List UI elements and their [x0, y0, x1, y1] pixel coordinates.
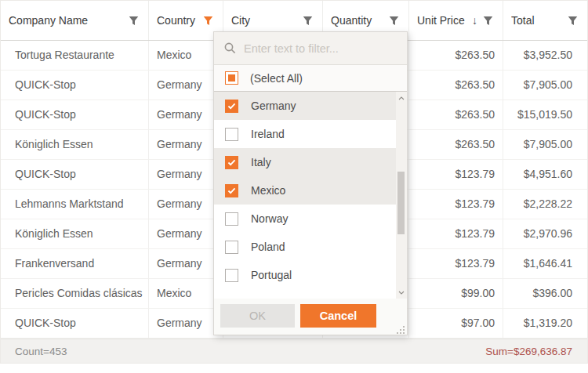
filter-icon[interactable]	[303, 16, 313, 26]
cell-country: Germany	[149, 130, 223, 160]
filter-list-item[interactable]: Norway	[214, 205, 397, 233]
cell-total: $4,951.60	[503, 160, 587, 190]
cell-country: Germany	[149, 160, 223, 190]
column-header-label: Total	[511, 14, 568, 27]
cell-country: Germany	[149, 190, 223, 219]
filter-items-container: Germany Ireland Italy	[214, 92, 407, 289]
cell-company: Königlich Essen	[1, 130, 149, 160]
filter-icon[interactable]	[483, 16, 493, 26]
cell-total: $3,952.50	[503, 41, 587, 71]
cell-country: Mexico	[149, 279, 223, 309]
cell-company: QUICK-Stop	[1, 160, 149, 190]
column-header[interactable]: Country	[149, 1, 223, 40]
cell-unit-price: $263.50	[409, 130, 503, 160]
select-all-label: (Select All)	[250, 72, 303, 85]
filter-list-item[interactable]: Poland	[214, 233, 397, 261]
item-checkbox[interactable]	[225, 128, 238, 141]
cell-country: Germany	[149, 71, 223, 100]
cell-country: Mexico	[149, 41, 223, 71]
filter-item-label: Mexico	[251, 184, 285, 197]
filter-item-label: Italy	[251, 156, 271, 168]
resize-grip[interactable]	[396, 324, 405, 333]
cell-unit-price: $123.79	[409, 160, 503, 190]
column-header-label: Quantity	[331, 14, 389, 27]
cell-company: Tortuga Restaurante	[1, 41, 149, 71]
total-sum-summary: Sum=$269,636.87	[485, 346, 572, 357]
cell-total: $7,905.00	[503, 71, 587, 100]
column-header-label: Unit Price	[417, 14, 472, 27]
cell-company: QUICK-Stop	[1, 100, 149, 130]
filter-item-label: Portugal	[251, 269, 292, 281]
cell-company: Königlich Essen	[1, 219, 149, 249]
filter-icon[interactable]	[129, 16, 139, 26]
column-header[interactable]: Company Name	[1, 1, 149, 40]
filter-item-label: Poland	[251, 241, 285, 253]
summary-footer: Count=453 Sum=$269,636.87	[1, 339, 587, 363]
filter-list-item[interactable]: Ireland	[214, 120, 397, 148]
scroll-up-icon[interactable]	[396, 93, 407, 103]
cell-country: Germany	[149, 249, 223, 279]
filter-list-item[interactable]: Portugal	[214, 261, 397, 289]
scrollbar-thumb[interactable]	[397, 172, 405, 234]
select-all-item[interactable]: (Select All)	[214, 65, 407, 92]
cell-total: $396.00	[503, 279, 587, 309]
indeterminate-mark	[228, 74, 235, 81]
filter-item-label: Germany	[251, 100, 296, 112]
cell-company: Lehmanns Marktstand	[1, 190, 149, 219]
filter-icon[interactable]	[203, 16, 213, 26]
filter-dropdown-popup: (Select All) Germany Ireland	[213, 31, 408, 335]
cell-company: Pericles Comidas clásicas	[1, 279, 149, 309]
column-header-label: Company Name	[9, 14, 129, 27]
cell-total: $1,319.20	[503, 309, 587, 339]
item-checkbox[interactable]	[225, 100, 238, 113]
cell-unit-price: $99.00	[409, 279, 503, 309]
filter-list-item[interactable]: Mexico	[214, 176, 397, 205]
cell-unit-price: $123.79	[409, 219, 503, 249]
cell-company: QUICK-Stop	[1, 71, 149, 100]
filter-list-item[interactable]: Italy	[214, 148, 397, 176]
item-checkbox[interactable]	[225, 184, 238, 197]
popup-button-bar: OK Cancel	[214, 297, 407, 335]
item-checkbox[interactable]	[225, 269, 238, 282]
filter-search-bar	[214, 32, 407, 65]
search-icon	[223, 42, 237, 55]
filter-icon[interactable]	[389, 16, 399, 26]
column-header-label: City	[231, 14, 303, 27]
filter-item-label: Norway	[251, 212, 288, 225]
filter-list-item[interactable]: Germany	[214, 92, 397, 120]
cell-total: $1,646.41	[503, 249, 587, 279]
row-count-summary: Count=453	[15, 346, 67, 357]
sort-desc-icon	[472, 14, 477, 27]
cell-total: $2,970.96	[503, 219, 587, 249]
cancel-button[interactable]: Cancel	[300, 304, 376, 328]
item-checkbox[interactable]	[225, 156, 238, 169]
item-checkbox[interactable]	[225, 212, 238, 226]
cell-company: Frankenversand	[1, 249, 149, 279]
cell-unit-price: $263.50	[409, 41, 503, 71]
item-checkbox[interactable]	[225, 241, 238, 254]
ok-button[interactable]: OK	[220, 304, 295, 328]
cell-total: $7,905.00	[503, 130, 587, 160]
column-header[interactable]: Total	[503, 1, 587, 40]
select-all-checkbox[interactable]	[225, 71, 238, 85]
filter-icon[interactable]	[568, 16, 578, 26]
cell-unit-price: $97.00	[409, 309, 503, 339]
cell-country: Germany	[149, 100, 223, 130]
cell-country: Germany	[149, 219, 223, 249]
cell-unit-price: $123.79	[409, 249, 503, 279]
cell-total: $2,228.22	[503, 190, 587, 219]
cell-company: QUICK-Stop	[1, 309, 149, 339]
filter-search-input[interactable]	[244, 42, 399, 55]
cell-total: $15,019.50	[503, 100, 587, 130]
cell-unit-price: $263.50	[409, 71, 503, 100]
cell-unit-price: $123.79	[409, 190, 503, 219]
cell-unit-price: $263.50	[409, 100, 503, 130]
filter-item-label: Ireland	[251, 128, 285, 140]
column-header[interactable]: Unit Price	[409, 1, 503, 40]
list-scrollbar[interactable]	[396, 92, 407, 299]
cell-country: Germany	[149, 309, 223, 339]
column-header-label: Country	[157, 14, 203, 27]
filter-value-list: Germany Ireland Italy	[214, 92, 407, 299]
scroll-down-icon[interactable]	[396, 288, 407, 297]
